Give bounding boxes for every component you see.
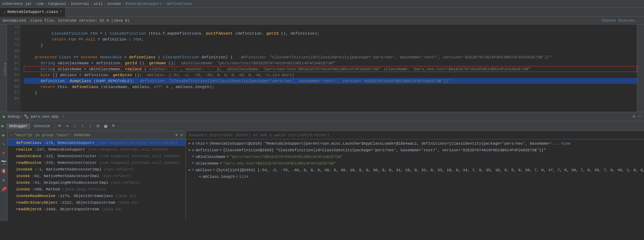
stack-frame-1[interactable]: realize :137, RemotableSupport (com.tang…: [8, 146, 186, 153]
stack-frame-5[interactable]: invoke :62, NativeMethodAccessorImpl (su…: [8, 173, 186, 179]
tab-remotable-support[interactable]: ☕ RemotableSupport.class ×: [0, 8, 66, 17]
tab-label: RemotableSupport.class: [7, 10, 58, 14]
resume-icon[interactable]: ▶: [1, 123, 4, 129]
stack-frame-8[interactable]: invokeReadResolve :1274, ObjectStreamCla…: [8, 192, 186, 199]
var-sbin-key: sBinClassName: [195, 155, 225, 159]
stack-frame-4[interactable]: invoke0 :-1, NativeMethodAccessorImpl (s…: [8, 166, 186, 173]
var-abclass-val: {byte[1124]@1053} [-54, -2, -70, -66, 0,…: [216, 168, 644, 172]
tab-debugger[interactable]: Debugger: [6, 123, 30, 129]
step-into-icon[interactable]: ↓: [71, 123, 78, 130]
eval-bar[interactable]: Evaluate expression (Enter) or add a wat…: [186, 131, 644, 139]
step-out-icon[interactable]: ↑: [79, 123, 86, 130]
var-this-view[interactable]: View: [561, 141, 570, 146]
var-definition: ▶ ⊕ definition = {ClassDefinition@1029} …: [186, 147, 644, 153]
project-strip: Project: [0, 24, 7, 112]
code-line-85: definition. dumpClass (DUMP_REMOTABLE); …: [24, 78, 637, 84]
breadcrumb-invoke[interactable]: invoke: [107, 2, 121, 6]
code-line-76: [24, 24, 637, 30]
frame-label-9: readOrdinaryObject :2222, ObjectInputstr…: [16, 201, 138, 205]
var-abclass-key: abClass: [195, 168, 211, 172]
breadcrumb-bar: coherence.jar › com › tangosol › interna…: [0, 0, 644, 8]
pin-btn[interactable]: 📌: [1, 187, 7, 192]
debug-minimize-icon[interactable]: —: [639, 114, 641, 119]
var-abclass-length-key: abClass.length: [202, 175, 234, 179]
var-sclassname: ▶ ≡ sClassName = "pers.neo.test7$01E2D70…: [186, 160, 644, 167]
debug-app-name[interactable]: pers.neo.App: [31, 115, 58, 119]
java-file-icon: ☕: [3, 10, 6, 14]
frame-label-8: invokeReadResolve :1274, ObjectStreamCla…: [16, 194, 136, 198]
eval-placeholder: Evaluate expression (Enter) or add a wat…: [189, 133, 330, 137]
code-line-78: return rtn == null ? definition : rtn;: [24, 36, 637, 42]
var-definition-icon: ⊕: [192, 148, 194, 152]
tab-close-button[interactable]: ×: [60, 10, 62, 14]
var-sbin-icon: ≡: [192, 155, 194, 159]
run-to-cursor-icon[interactable]: ↓: [87, 123, 94, 130]
sep3: ›: [67, 2, 70, 6]
project-label: Project: [3, 63, 7, 76]
debug-icon: ▶: [3, 114, 6, 119]
threads-icon[interactable]: ≡: [56, 123, 63, 130]
breadcrumb-com[interactable]: com: [36, 2, 43, 6]
frame-label-7: invoke :498, Method (java.lang.reflect): [16, 187, 106, 191]
breadcrumb-jar[interactable]: coherence.jar: [2, 2, 32, 6]
var-this-val: {RemotableSupport@1010} "RemotableSuppor…: [209, 141, 559, 146]
choose-sources-link[interactable]: Choose Sources...: [602, 19, 641, 23]
filter-icon[interactable]: ▼: [175, 133, 178, 137]
stop-btn[interactable]: ■: [2, 151, 5, 156]
settings-btn[interactable]: ⚙: [2, 177, 5, 183]
stack-frame-9[interactable]: readOrdinaryObject :2222, ObjectInputstr…: [8, 199, 186, 206]
var-definition-key: definition: [195, 148, 218, 152]
info-bar: Decompiled .class file, bytecode version…: [0, 17, 644, 24]
tab-console[interactable]: Console: [31, 123, 53, 129]
right-side-panel: [637, 24, 644, 112]
stack-frame-10[interactable]: readObject0 :1669, ObjectInputStream (ja…: [8, 206, 186, 212]
debug-body: ▶ ↷ ■ 📷 🔇 ⚙ 📌 ✓ "main"@1 in group "main"…: [0, 131, 644, 221]
resume-btn[interactable]: ▶: [2, 132, 5, 138]
debug-left-icons: ▶ ↷ ■ 📷 🔇 ⚙ 📌: [0, 131, 8, 221]
breadcrumb-class[interactable]: RemotableSupport: [125, 2, 162, 6]
var-abclass-icon: ≡: [192, 168, 194, 172]
vars-list: ▶ ⊞ this = {RemotableSupport@1010} "Remo…: [186, 139, 644, 221]
frame-label-10: readObject0 :1669, ObjectInputStream (ja…: [16, 207, 122, 211]
breadcrumb-tangosol[interactable]: tangosol: [48, 2, 66, 6]
code-line-88: [24, 96, 637, 102]
stack-frame-6[interactable]: invoke :43, DelegatingMethodAccessorImpl…: [8, 179, 186, 186]
line-numbers: 76 77 78 79 80 81 82 83 84 85 86 87 88: [7, 24, 21, 112]
frame-label-0: defineClass :179, RemotableSupport (com.…: [16, 141, 178, 145]
step-over-btn[interactable]: ↷: [2, 141, 5, 147]
breadcrumb-internal[interactable]: internal: [71, 2, 89, 6]
camera-btn[interactable]: 📷: [1, 159, 7, 165]
decompile-info: Decompiled .class file, bytecode version…: [3, 19, 130, 23]
stack-frame-0[interactable]: defineClass :179, RemotableSupport (com.…: [8, 139, 186, 146]
breadcrumb-method[interactable]: defineClass: [167, 2, 192, 6]
filter-settings-icon[interactable]: ⚙: [180, 133, 183, 137]
mute-btn[interactable]: 🔇: [1, 168, 7, 174]
debug-title-bar: ▶ Debug: 🔧 pers.neo.App × ⚙ —: [0, 112, 644, 121]
stack-frame-3[interactable]: readResolve :233, RemoteConstructor (com…: [8, 159, 186, 166]
debug-app-icon: 🔧: [24, 114, 29, 119]
breadcrumb-util[interactable]: util: [94, 2, 103, 6]
expand-this[interactable]: ▶: [189, 141, 190, 145]
vars-panel: Evaluate expression (Enter) or add a wat…: [186, 131, 644, 221]
frame-label-1: realize :137, RemotableSupport (com.tang…: [16, 147, 168, 152]
frame-label-2: newInstance :122, RemoteConstructor (com…: [16, 154, 180, 158]
frames-icon[interactable]: ▦: [102, 123, 109, 130]
frame-label-3: readResolve :233, RemoteConstructor (com…: [16, 161, 180, 165]
step-over-icon[interactable]: ↷: [64, 123, 71, 130]
stack-list: defineClass :179, RemotableSupport (com.…: [8, 139, 186, 221]
debug-settings-icon[interactable]: ⚙: [633, 114, 635, 119]
debug-close-tab[interactable]: ×: [62, 115, 64, 119]
var-this-icon: ⊞: [192, 141, 194, 146]
stack-frame-7[interactable]: invoke :498, Method (java.lang.reflect): [8, 186, 186, 192]
expand-abclass[interactable]: ▶: [189, 168, 190, 172]
code-line-77: ClassDefinition rtn = ( ClassDefinition …: [24, 30, 637, 36]
thread-status: "main"@1 in group "main": RUNNING: [14, 133, 91, 137]
debug-toolbar: ▶ Debugger Console ≡ ↷ ↓ ↑ ↓ ⊙ ▦ ≡: [0, 121, 644, 131]
var-abclass-length-icon: ∞: [199, 175, 201, 179]
var-sclassname-icon: ≡: [192, 161, 194, 165]
settings-icon[interactable]: ≡: [110, 123, 117, 130]
expand-definition[interactable]: ▶: [189, 148, 190, 152]
stack-frame-2[interactable]: newInstance :122, RemoteConstructor (com…: [8, 153, 186, 159]
code-line-79: }: [24, 42, 637, 48]
evaluate-icon[interactable]: ⊙: [94, 123, 101, 130]
